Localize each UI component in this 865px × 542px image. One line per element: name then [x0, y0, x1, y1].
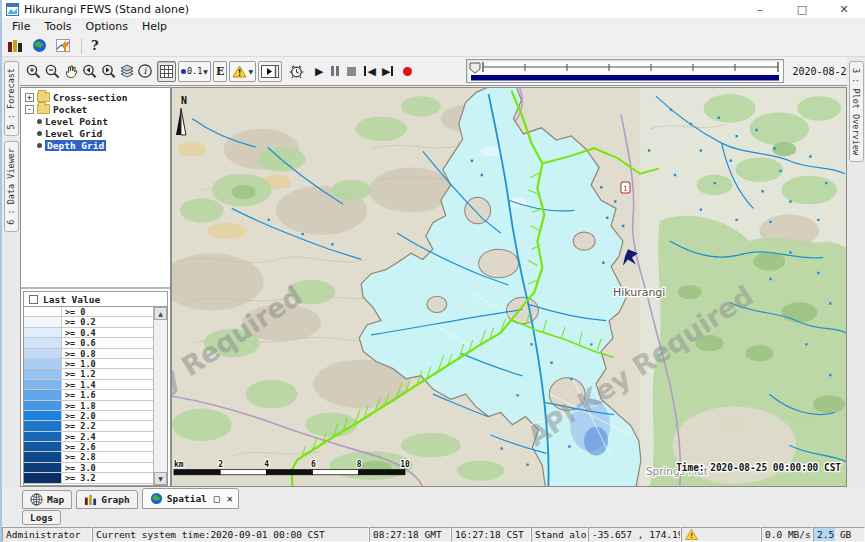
timeseries-display-icon[interactable] — [56, 38, 72, 53]
info-icon[interactable]: i — [137, 61, 153, 82]
legend-swatch — [24, 390, 62, 399]
status-user: Administrator — [2, 527, 92, 542]
logs-button[interactable]: Logs — [22, 510, 61, 525]
time-settings-icon[interactable] — [288, 61, 305, 82]
legend-row: >= 2.2 — [24, 421, 153, 431]
close-panel-icon[interactable]: ✕ — [227, 493, 233, 504]
stop-button[interactable] — [347, 61, 356, 82]
legend-swatch — [24, 349, 62, 358]
maximize-button[interactable]: □ — [781, 0, 823, 18]
svg-text:2: 2 — [218, 460, 223, 469]
legend-swatch — [24, 463, 62, 472]
map-view[interactable]: API Key Required — [171, 87, 847, 487]
menu-help[interactable]: Help — [135, 19, 174, 34]
bullet-icon — [37, 143, 42, 148]
tab-spatial[interactable]: Spatial □ ✕ — [142, 488, 239, 509]
legend-value: >= 1.8 — [62, 401, 153, 410]
tab-graph[interactable]: Graph — [76, 490, 138, 509]
town-label: Hikurangi — [613, 286, 665, 299]
chevron-down-icon: ▼ — [203, 68, 208, 75]
svg-text:km: km — [174, 460, 184, 469]
legend-row: >= 1.2 — [24, 369, 153, 379]
record-button[interactable] — [403, 61, 412, 82]
last-value-label: Last Value — [43, 294, 100, 305]
menu-options[interactable]: Options — [79, 19, 135, 34]
legend-value: >= 2.8 — [62, 452, 153, 461]
legend-row: >= 0.4 — [24, 328, 153, 338]
pan-hand-icon[interactable] — [63, 61, 79, 82]
left-tab-strip: 5 : Forecast 6 : Data Viewer — [2, 57, 20, 487]
legend-row: >= 2.6 — [24, 442, 153, 452]
tree-node-level-point[interactable]: Level Point — [25, 115, 170, 127]
legend-swatch — [24, 328, 62, 337]
scroll-up-icon[interactable]: ▲ — [154, 307, 167, 320]
menu-file[interactable]: File — [5, 19, 37, 34]
skip-to-end-button[interactable]: ▶ — [382, 61, 393, 82]
legend-row: >= 2.4 — [24, 432, 153, 442]
svg-text:i: i — [144, 66, 148, 76]
legend-value: >= 2.0 — [62, 411, 153, 420]
tab-map[interactable]: Map — [22, 490, 72, 509]
main-toolbar: ? — [2, 35, 865, 57]
time-slider[interactable] — [466, 59, 784, 83]
grid-toggle-button[interactable] — [157, 61, 176, 82]
interval-dropdown[interactable]: 0.1 ▼ — [178, 61, 211, 82]
legend-value: >= 2.4 — [62, 432, 153, 441]
skip-to-start-button[interactable]: ◀ — [364, 61, 375, 82]
menu-tools[interactable]: Tools — [37, 19, 78, 34]
legend-swatch — [24, 380, 62, 389]
play-button[interactable]: ▶ — [315, 61, 323, 82]
legend-value: >= 1.4 — [62, 380, 153, 389]
map-toolbar: i 0.1 ▼ E ! ▼ — [20, 57, 847, 87]
spatial-globe-icon — [150, 492, 163, 505]
status-coordinates: -35.657 , 174.199 — [588, 527, 681, 542]
tab-forecast[interactable]: 5 : Forecast — [4, 61, 19, 136]
time-slider-thumb — [470, 63, 480, 73]
close-button[interactable]: ✕ — [823, 0, 865, 18]
layers-icon[interactable] — [119, 61, 135, 82]
title-bar: Hikurangi FEWS (Stand alone) – □ ✕ — [2, 0, 865, 18]
minimize-button[interactable]: – — [739, 0, 781, 18]
warning-dropdown[interactable]: ! ▼ — [229, 61, 256, 82]
zoom-previous-icon[interactable] — [81, 61, 98, 82]
status-warning-cell[interactable]: ! — [681, 527, 761, 542]
zoom-in-icon[interactable] — [25, 61, 42, 82]
legend-value: >= 1.0 — [62, 359, 153, 368]
help-button[interactable]: ? — [91, 38, 99, 53]
legend-scrollbar[interactable]: ▲ ▼ — [153, 307, 167, 485]
legend-row: >= 1.0 — [24, 359, 153, 369]
legend-value: >= 3.2 — [62, 473, 153, 482]
legend-swatch — [24, 432, 62, 441]
interval-dot-icon — [181, 69, 186, 74]
tree-node-pocket[interactable]: - Pocket — [25, 103, 170, 115]
bullet-icon — [37, 131, 42, 136]
app-icon — [6, 3, 19, 16]
tab-data-viewer[interactable]: 6 : Data Viewer — [4, 141, 19, 232]
tree-node-cross-section[interactable]: + Cross-section — [25, 91, 170, 103]
last-value-checkbox[interactable] — [29, 295, 38, 304]
animation-button[interactable] — [258, 61, 282, 82]
layer-tree: + Cross-section - Pocket Level Point — [21, 88, 170, 289]
legend-value: >= 1.2 — [62, 369, 153, 378]
zoom-out-icon[interactable] — [44, 61, 61, 82]
legend-table: >= 0 >= 0.2 — [23, 307, 168, 486]
tree-node-level-grid[interactable]: Level Grid — [25, 127, 170, 139]
legend-row: >= 3.0 — [24, 463, 153, 473]
toolbar-separator — [81, 38, 82, 54]
legend-row: >= 2.8 — [24, 452, 153, 462]
tree-node-depth-grid[interactable]: Depth Grid — [25, 139, 170, 151]
float-panel-icon[interactable]: □ — [214, 493, 220, 504]
label-tool-button[interactable]: E — [213, 61, 227, 82]
database-display-icon[interactable] — [7, 38, 23, 53]
scroll-down-icon[interactable]: ▼ — [154, 472, 167, 485]
zoom-next-icon[interactable] — [100, 61, 117, 82]
legend-swatch — [24, 473, 62, 482]
expand-icon[interactable]: + — [25, 93, 34, 102]
legend-value: >= 0 — [62, 307, 153, 316]
map-display-icon[interactable] — [32, 38, 47, 53]
legend-swatch — [24, 359, 62, 368]
pause-button[interactable] — [331, 61, 339, 82]
collapse-icon[interactable]: - — [25, 105, 34, 114]
legend-swatch — [24, 338, 62, 347]
tab-plot-overview[interactable]: 3 : Plot Overview — [849, 61, 864, 162]
